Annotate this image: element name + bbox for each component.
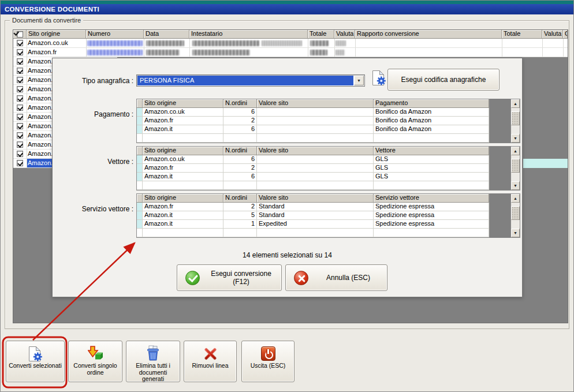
cell-sito-origine: Amazon.	[28, 85, 53, 94]
row-checkbox[interactable]	[17, 40, 23, 46]
scroll-up-button[interactable]: ▲	[511, 99, 520, 108]
tipo-anagrafica-select[interactable]: PERSONA FISICA ▼	[136, 74, 365, 87]
cell: 2	[223, 203, 257, 211]
row-checkbox[interactable]	[17, 77, 23, 83]
toolbar-button-rimuovi-linea[interactable]: Rimuovi linea	[184, 341, 237, 382]
column-header[interactable]: Vettore	[374, 147, 489, 155]
window-titlebar[interactable]: CONVERSIONE DOCUMENTI	[1, 4, 573, 14]
combo-dropdown-button[interactable]: ▼	[354, 76, 364, 85]
column-header[interactable]: Sito origine	[143, 147, 223, 155]
convert-document-gear-icon	[28, 346, 43, 362]
column-header[interactable]: Sito origine	[143, 99, 223, 108]
row-checkbox[interactable]	[17, 95, 23, 102]
toolbar-button-converti-selezionati[interactable]: Converti selezionati	[6, 341, 65, 382]
row-checkbox[interactable]	[17, 49, 23, 55]
col-header-valuta-2[interactable]: Valuta	[542, 30, 563, 38]
column-header[interactable]: Sito origine	[143, 194, 223, 203]
row-checkbox[interactable]	[17, 114, 23, 120]
pagamento-scrollbar[interactable]: ▲ ▼	[510, 99, 520, 143]
redacted-totale	[310, 40, 329, 46]
annulla-button[interactable]: Annulla (ESC)	[285, 264, 387, 291]
row-checkbox[interactable]	[17, 68, 23, 74]
col-header-ca[interactable]: Ca	[563, 30, 568, 38]
cell-sito-origine: Amazon.	[28, 103, 53, 112]
vettore-scrollbar[interactable]: ▲ ▼	[510, 146, 520, 191]
redacted-valuta	[336, 40, 346, 46]
cell	[257, 108, 374, 117]
scroll-thumb[interactable]	[511, 111, 520, 125]
col-header-checkbox[interactable]	[13, 30, 27, 38]
table-corner	[137, 147, 143, 155]
scroll-down-button[interactable]: ▼	[511, 181, 520, 190]
row-checkbox[interactable]	[17, 123, 23, 129]
table-row[interactable]: Amazon.co.uk	[13, 39, 568, 48]
cell: 1	[223, 220, 257, 229]
cell: Amazon.co.uk	[143, 108, 223, 117]
row-checkbox[interactable]	[17, 132, 23, 139]
column-header[interactable]: N.ordini	[223, 99, 257, 108]
row-checkbox[interactable]	[17, 160, 23, 166]
grid-filler	[490, 146, 510, 191]
toolbar-button-converti-singolo-ordine[interactable]: Converti singolo ordine	[68, 341, 122, 382]
red-x-icon	[203, 346, 218, 361]
empty-cell	[257, 134, 374, 143]
row-checkbox[interactable]	[17, 141, 23, 148]
row-checkbox[interactable]	[17, 151, 23, 157]
scroll-down-button[interactable]: ▼	[511, 229, 520, 237]
esegui-conversione-button[interactable]: Esegui conversione (F12)	[177, 264, 282, 291]
column-header[interactable]: Valore sito	[257, 99, 374, 108]
green-check-icon	[185, 271, 200, 285]
scrollbar-track[interactable]	[511, 155, 520, 181]
button-label: Esegui codifica anagrafiche	[401, 76, 486, 84]
cell: Amazon.it	[143, 125, 223, 134]
row-marker	[137, 108, 143, 117]
scrollbar-track[interactable]	[511, 203, 520, 229]
toolbar-button-elimina-documenti[interactable]: Elimina tutti i documenti generati	[126, 341, 180, 382]
scroll-down-button[interactable]: ▼	[511, 134, 520, 143]
col-header-numero[interactable]: Numero	[86, 30, 144, 38]
col-header-valuta[interactable]: Valuta	[334, 30, 355, 38]
scroll-thumb[interactable]	[511, 159, 520, 173]
servizio-scrollbar[interactable]: ▲ ▼	[510, 193, 520, 238]
col-header-totale[interactable]: Totale	[308, 30, 334, 38]
cell	[257, 173, 374, 181]
col-header-intestatario[interactable]: Intestatario	[189, 30, 308, 38]
column-header[interactable]: Valore sito	[257, 194, 374, 203]
redacted-valuta	[336, 50, 345, 55]
cell: Spedizione espressa	[374, 220, 489, 229]
empty-cell	[143, 181, 223, 190]
row-checkbox[interactable]	[17, 104, 23, 111]
column-header[interactable]: Servizio vettore	[374, 194, 489, 203]
col-header-rapporto-conversione[interactable]: Rapporto conversione	[355, 30, 502, 38]
toolbar-button-uscita[interactable]: Uscita (ESC)	[241, 341, 295, 382]
esegui-codifica-button[interactable]: Esegui codifica anagrafiche	[387, 69, 500, 91]
col-header-sito-origine[interactable]: Sito origine	[27, 30, 86, 38]
column-header[interactable]: Valore sito	[257, 147, 374, 155]
empty-cell	[223, 229, 257, 237]
column-header[interactable]: N.ordini	[223, 147, 257, 155]
column-header[interactable]: N.ordini	[223, 194, 257, 203]
col-header-data[interactable]: Data	[144, 30, 189, 38]
cell: Bonifico da Amazon	[374, 125, 489, 134]
empty-cell	[374, 181, 489, 190]
convert-single-order-icon	[88, 345, 103, 362]
scrollbar-track[interactable]	[511, 108, 520, 134]
cell-sito-origine: Amazon.	[28, 57, 53, 66]
row-checkbox[interactable]	[17, 58, 23, 65]
cell: Spedizione espressa	[374, 203, 489, 211]
window-title: CONVERSIONE DOCUMENTI	[5, 6, 99, 13]
row-checkbox[interactable]	[17, 86, 23, 92]
chevron-down-icon: ▼	[357, 79, 361, 83]
table-row[interactable]: Amazon.fr	[13, 48, 568, 57]
scroll-thumb[interactable]	[511, 206, 520, 220]
tipo-anagrafica-label: Tipo anagrafica :	[57, 77, 133, 85]
cell: Standard	[257, 203, 374, 211]
select-all-checkbox[interactable]	[17, 31, 23, 38]
cell: 2	[223, 117, 257, 125]
scroll-up-button[interactable]: ▲	[511, 194, 520, 203]
column-header[interactable]: Pagamento	[374, 99, 489, 108]
col-header-totale-2[interactable]: Totale	[502, 30, 542, 38]
scroll-up-button[interactable]: ▲	[511, 147, 520, 155]
cell-sito-origine: Amazon.	[28, 113, 53, 121]
conversion-dialog: Tipo anagrafica : PERSONA FISICA ▼ Esegu…	[52, 58, 523, 297]
